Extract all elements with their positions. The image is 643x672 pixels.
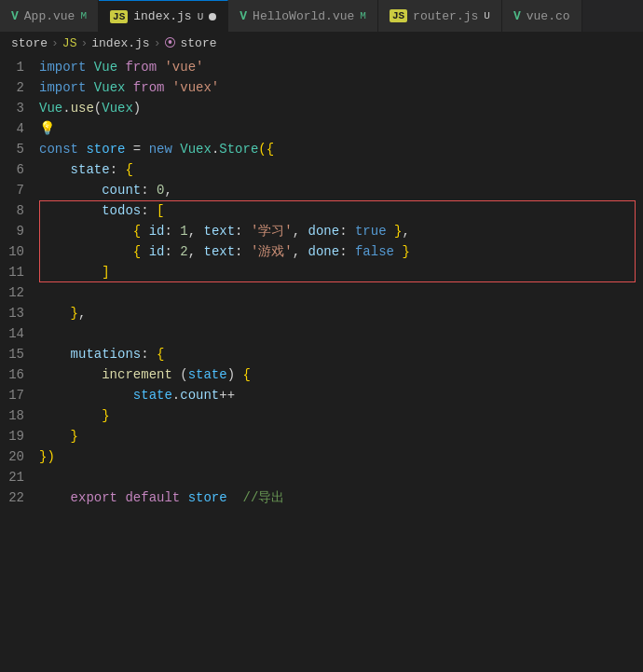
tab-label: HelloWorld.vue [253,9,354,23]
js-icon: JS [390,9,407,22]
line-18: 18 } [0,405,643,426]
line-number: 2 [0,77,39,98]
line-content: mutations: { [39,344,643,364]
vue-icon: V [513,9,521,23]
breadcrumb-sep: › [51,36,59,50]
breadcrumb-symbol: ⦿ [164,36,176,50]
breadcrumb-js: JS [62,36,77,50]
line-16: 16 increment (state) { [0,364,643,385]
line-content: ] [39,262,643,282]
tab-label: router.js [413,9,478,23]
line-number: 17 [0,385,39,405]
line-number: 9 [0,221,39,241]
breadcrumb-file: index.js [91,36,149,50]
line-number: 22 [0,487,39,508]
line-content: increment (state) { [39,364,643,385]
line-14: 14 [0,323,643,344]
line-13: 13 }, [0,303,643,323]
line-number: 4 [0,118,39,139]
line-content: export default store //导出 [39,487,643,508]
vue-icon: V [239,9,247,23]
breadcrumb-symbol-name: store [180,36,216,50]
tab-index-js[interactable]: JS index.js U [99,0,228,32]
line-7: 7 count: 0, [0,180,643,200]
tab-helloworld-vue[interactable]: V HelloWorld.vue M [228,0,378,32]
line-content: } [39,405,643,426]
line-content: import Vuex from 'vuex' [39,77,643,98]
js-icon: JS [110,10,128,23]
line-content [39,467,643,487]
line-5: 5 const store = new Vuex.Store({ [0,139,643,159]
tab-badge: M [80,10,87,21]
tab-badge: U [484,10,490,21]
highlight-section: 8 todos: [ 9 { id: 1, text: '学习', done: … [0,200,643,282]
line-8: 8 todos: [ [0,200,643,221]
line-content: { id: 2, text: '游戏', done: false } [39,241,643,262]
line-content: todos: [ [39,200,643,221]
editor: 1 import Vue from 'vue' 2 import Vuex fr… [0,53,643,508]
line-19: 19 } [0,426,643,446]
line-number: 12 [0,282,39,303]
line-number: 21 [0,467,39,487]
line-number: 10 [0,241,39,262]
line-1: 1 import Vue from 'vue' [0,57,643,77]
line-number: 13 [0,303,39,323]
line-content: state: { [39,159,643,180]
line-content: }) [39,446,643,467]
unsaved-dot [209,13,216,21]
line-11: 11 ] [0,262,643,282]
tab-bar: V App.vue M JS index.js U V HelloWorld.v… [0,0,643,33]
breadcrumb: store › JS › index.js › ⦿ store [0,33,643,53]
vue-icon: V [11,9,19,23]
tab-badge: U [198,11,204,22]
tab-router-js[interactable]: JS router.js U [378,0,502,32]
line-12: 12 [0,282,643,303]
tab-badge: M [360,10,366,21]
line-content: 💡 [39,118,643,139]
line-6: 6 state: { [0,159,643,180]
line-number: 14 [0,323,39,344]
tab-label: vue.co [527,9,570,23]
line-content [39,323,643,344]
line-number: 16 [0,364,39,385]
line-21: 21 [0,467,643,487]
line-22: 22 export default store //导出 [0,487,643,508]
line-number: 3 [0,98,39,118]
breadcrumb-sep3: › [154,36,161,50]
line-content: import Vue from 'vue' [39,57,643,77]
line-number: 19 [0,426,39,446]
breadcrumb-sep2: › [80,36,88,50]
breadcrumb-store: store [11,36,48,50]
line-content: }, [39,303,643,323]
line-content: } [39,426,643,446]
line-number: 7 [0,180,39,200]
line-9: 9 { id: 1, text: '学习', done: true }, [0,221,643,241]
line-number: 15 [0,344,39,364]
line-15: 15 mutations: { [0,344,643,364]
line-number: 1 [0,57,39,77]
tab-label: App.vue [24,9,75,23]
line-content: const store = new Vuex.Store({ [39,139,643,159]
line-20: 20 }) [0,446,643,467]
line-content [39,282,643,303]
tab-label: index.js [133,9,191,23]
line-3: 3 Vue.use(Vuex) [0,98,643,118]
line-number: 18 [0,405,39,426]
line-number: 20 [0,446,39,467]
line-17: 17 state.count++ [0,385,643,405]
line-number: 6 [0,159,39,180]
tab-app-vue[interactable]: V App.vue M [0,0,99,32]
line-content: { id: 1, text: '学习', done: true }, [39,221,643,241]
line-content: Vue.use(Vuex) [39,98,643,118]
line-content: state.count++ [39,385,643,405]
line-4: 4 💡 [0,118,643,139]
line-number: 8 [0,200,39,221]
line-content: count: 0, [39,180,643,200]
line-number: 11 [0,262,39,282]
line-2: 2 import Vuex from 'vuex' [0,77,643,98]
tab-vue-co[interactable]: V vue.co [502,0,582,32]
line-10: 10 { id: 2, text: '游戏', done: false } [0,241,643,262]
line-number: 5 [0,139,39,159]
